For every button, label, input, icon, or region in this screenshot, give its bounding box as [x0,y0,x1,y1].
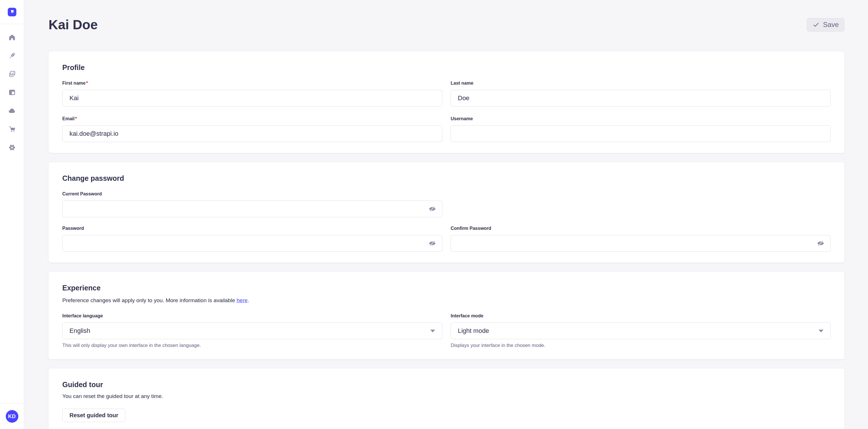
sidebar-item-settings[interactable] [6,141,19,154]
sidebar-item-marketplace[interactable] [6,123,19,135]
email-label: Email* [62,116,442,121]
email-input[interactable] [62,125,442,142]
toggle-current-password-visibility-button[interactable] [427,204,437,214]
save-button-label: Save [823,21,839,29]
new-password-input-wrap [62,235,442,252]
settings-cards: Profile First name* Last name Email [49,52,844,429]
reset-guided-tour-button[interactable]: Reset guided tour [62,408,125,422]
sidebar-item-cloud[interactable] [6,104,19,117]
sidebar: KD [0,0,24,429]
profile-heading: Profile [62,63,831,72]
required-asterisk: * [86,80,88,86]
required-asterisk: * [75,116,77,121]
confirm-password-input-wrap [451,235,831,252]
toggle-new-password-visibility-button[interactable] [427,238,437,248]
current-password-input-wrap [62,201,442,217]
username-input[interactable] [451,125,831,142]
interface-language-select[interactable]: English [62,323,442,339]
last-name-input[interactable] [451,90,831,106]
grid-spacer [451,191,831,217]
strapi-logo-icon [9,8,15,15]
first-name-field-group: First name* [62,80,442,106]
guided-tour-heading: Guided tour [62,381,831,389]
chevron-down-icon [430,329,435,333]
sidebar-item-content-type-builder[interactable] [6,86,19,99]
page-header: Kai Doe Save [49,16,844,33]
confirm-password-label: Confirm Password [451,226,831,231]
experience-heading: Experience [62,284,831,292]
last-name-field-group: Last name [451,80,831,106]
experience-field-grid: Interface language English This will onl… [62,314,831,349]
check-icon [813,21,819,28]
guided-tour-text: You can reset the guided tour at any tim… [62,393,831,399]
experience-description: Preference changes will apply only to yo… [62,297,831,304]
interface-language-hint: This will only display your own interfac… [62,342,442,349]
interface-mode-field-group: Interface mode Light mode Displays your … [451,314,831,349]
main-content: Kai Doe Save Profile First name* [24,16,868,429]
user-avatar[interactable]: KD [6,410,19,423]
change-password-heading: Change password [62,174,831,183]
layout-icon [8,89,16,96]
change-password-card: Change password Current Password [49,162,844,263]
interface-language-label: Interface language [62,314,442,319]
first-name-label: First name* [62,80,442,86]
chevron-down-icon [818,329,824,333]
sidebar-item-media-library[interactable] [6,68,19,80]
current-password-input[interactable] [62,201,442,217]
interface-mode-select[interactable]: Light mode [451,323,831,339]
username-field-group: Username [451,116,831,142]
eye-slash-icon [817,240,825,247]
username-label: Username [451,116,831,121]
current-password-field-group: Current Password [62,191,442,217]
current-password-label: Current Password [62,191,442,197]
sidebar-header [0,0,24,24]
interface-mode-hint: Displays your interface in the chosen mo… [451,342,831,349]
profile-field-grid: First name* Last name Email* [62,80,831,142]
strapi-logo[interactable] [8,8,17,16]
interface-language-field-group: Interface language English This will onl… [62,314,442,349]
sidebar-item-content-manager[interactable] [6,50,19,62]
gear-icon [8,144,16,151]
eye-slash-icon [429,240,436,247]
email-field-group: Email* [62,116,442,142]
sidebar-item-home[interactable] [6,31,19,44]
guided-tour-card: Guided tour You can reset the guided tou… [49,368,844,429]
password-field-grid: Current Password [62,191,831,252]
more-information-link[interactable]: here [237,297,247,303]
sidebar-footer: KD [0,403,24,429]
page-title: Kai Doe [49,17,98,32]
cart-icon [8,125,16,133]
eye-slash-icon [429,205,436,212]
last-name-label: Last name [451,80,831,86]
first-name-input[interactable] [62,90,442,106]
confirm-password-field-group: Confirm Password [451,226,831,252]
interface-language-value: English [69,327,90,335]
interface-mode-value: Light mode [458,327,489,335]
experience-card: Experience Preference changes will apply… [49,272,844,359]
sidebar-nav [0,24,24,154]
images-icon [8,70,16,78]
home-icon [8,34,16,41]
toggle-confirm-password-visibility-button[interactable] [816,238,826,248]
cloud-icon [8,107,16,114]
new-password-input[interactable] [62,235,442,252]
confirm-password-input[interactable] [451,235,831,252]
new-password-field-group: Password [62,226,442,252]
new-password-label: Password [62,226,442,231]
profile-card: Profile First name* Last name Email [49,52,844,153]
interface-mode-label: Interface mode [451,314,831,319]
save-button[interactable]: Save [807,18,844,32]
feather-icon [8,52,16,59]
